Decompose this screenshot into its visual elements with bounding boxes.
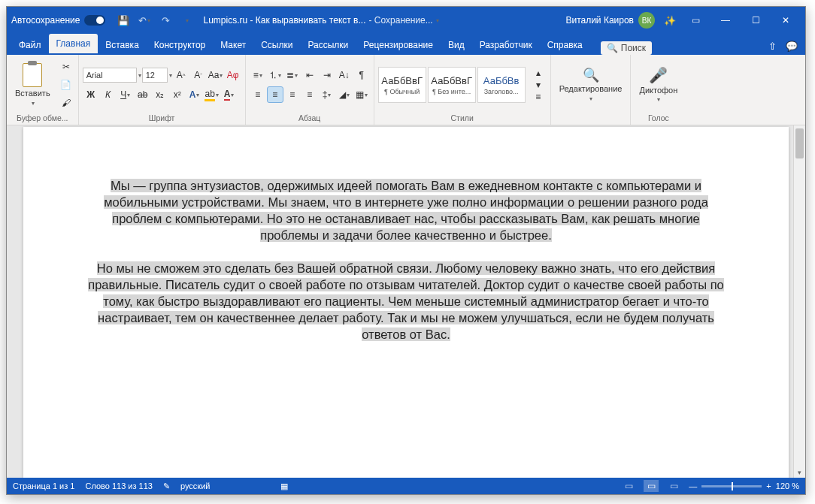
autosave-toggle[interactable]: Автосохранение [11, 15, 105, 26]
print-layout-icon[interactable]: ▭ [644, 480, 659, 492]
group-label: Стили [378, 113, 547, 123]
page[interactable]: Мы — группа энтузиастов, одержимых идеей… [23, 127, 789, 478]
line-spacing-icon[interactable]: ‡▾ [319, 86, 335, 103]
dictate-button[interactable]: 🎤 Диктофон▾ [635, 65, 682, 105]
macros-icon[interactable]: ▦ [280, 481, 288, 491]
underline-button[interactable]: Ч▾ [117, 86, 134, 103]
close-button[interactable]: ✕ [771, 7, 801, 34]
document-title: Lumpics.ru - Как выравнивать текст в... [203, 15, 365, 26]
tab-help[interactable]: Справка [540, 35, 590, 55]
bold-button[interactable]: Ж [83, 86, 99, 103]
avatar: ВК [638, 12, 655, 29]
save-icon[interactable]: 💾 [116, 13, 131, 28]
coming-soon-icon[interactable]: ✨ [662, 13, 677, 28]
borders-icon[interactable]: ▦▾ [353, 86, 370, 103]
group-styles: АаБбВвГ¶ Обычный АаБбВвГ¶ Без инте... Аа… [374, 55, 551, 125]
tab-layout[interactable]: Макет [213, 35, 253, 55]
change-case-icon[interactable]: Aa▾ [208, 67, 224, 83]
zoom-in-button[interactable]: + [766, 481, 771, 490]
autosave-label: Автосохранение [11, 15, 80, 26]
word-count[interactable]: Слово 113 из 113 [85, 481, 153, 490]
tab-insert[interactable]: Вставка [98, 35, 147, 55]
ribbon-options-icon[interactable]: ▭ [680, 7, 710, 34]
user-name: Виталий Каиров [565, 15, 634, 26]
justify-icon[interactable]: ≡ [301, 86, 318, 103]
share-icon[interactable]: ⇧ [763, 37, 781, 55]
bullets-icon[interactable]: ≡▾ [250, 67, 266, 83]
vertical-scrollbar[interactable]: ▴ ▾ [793, 125, 805, 478]
strike-button[interactable]: ab [135, 86, 151, 103]
tab-file[interactable]: Файл [11, 35, 49, 55]
tab-design[interactable]: Конструктор [147, 35, 213, 55]
search-placeholder: Поиск [621, 43, 646, 53]
spell-check-icon[interactable]: ✎ [163, 481, 170, 491]
redo-icon[interactable]: ↷ [158, 13, 173, 28]
font-name-combo[interactable]: Arial [83, 68, 137, 83]
format-painter-icon[interactable]: 🖌 [58, 95, 74, 111]
style-heading[interactable]: АаБбВвЗаголово... [477, 67, 526, 103]
highlight-icon[interactable]: ab▾ [204, 86, 220, 103]
paste-icon [23, 63, 42, 87]
style-normal[interactable]: АаБбВвГ¶ Обычный [378, 67, 426, 103]
zoom-slider[interactable] [701, 485, 762, 487]
numbering-icon[interactable]: ⒈▾ [267, 67, 283, 83]
zoom-out-button[interactable]: — [689, 481, 697, 490]
comments-icon[interactable]: 💬 [783, 37, 801, 55]
styles-down-icon[interactable]: ▾ [530, 80, 547, 90]
group-label: Буфер обме... [11, 113, 74, 123]
language[interactable]: русский [180, 481, 210, 490]
title-dropdown-icon[interactable]: ▾ [436, 17, 439, 24]
page-count[interactable]: Страница 1 из 1 [13, 481, 74, 490]
styles-up-icon[interactable]: ▴ [530, 68, 547, 78]
copy-icon[interactable]: 📄 [58, 77, 74, 93]
multilevel-icon[interactable]: ≣▾ [284, 67, 301, 83]
tab-mailings[interactable]: Рассылки [300, 35, 356, 55]
sort-icon[interactable]: A↓ [336, 67, 353, 83]
grow-font-icon[interactable]: A^ [173, 67, 189, 83]
word-window: Автосохранение 💾 ↶▾ ↷ ▾ Lumpics.ru - Как… [6, 6, 806, 495]
shading-icon[interactable]: ◢▾ [336, 86, 353, 103]
minimize-button[interactable]: — [710, 7, 741, 34]
font-color-icon[interactable]: A▾ [221, 86, 238, 103]
style-no-spacing[interactable]: АаБбВвГ¶ Без инте... [428, 67, 476, 103]
zoom-level[interactable]: 120 % [776, 481, 799, 490]
tab-review[interactable]: Рецензирование [356, 35, 441, 55]
show-marks-icon[interactable]: ¶ [353, 67, 370, 83]
group-font: Arial▾ 12▾ A^ Aˇ Aa▾ Aφ Ж К Ч▾ ab x₂ x² [79, 55, 246, 125]
scroll-thumb[interactable] [795, 128, 804, 158]
subscript-button[interactable]: x₂ [152, 86, 168, 103]
align-right-icon[interactable]: ≡ [284, 86, 301, 103]
cut-icon[interactable]: ✂ [58, 59, 74, 75]
tab-view[interactable]: Вид [441, 35, 472, 55]
qat-dropdown-icon[interactable]: ▾ [179, 13, 194, 28]
read-mode-icon[interactable]: ▭ [621, 480, 636, 492]
editing-button[interactable]: 🔍 Редактирование▾ [555, 66, 627, 104]
maximize-button[interactable]: ☐ [741, 7, 771, 34]
scroll-down-icon[interactable]: ▾ [794, 467, 805, 478]
superscript-button[interactable]: x² [169, 86, 186, 103]
font-size-combo[interactable]: 12 [142, 68, 168, 83]
indent-icon[interactable]: ⇥ [319, 67, 335, 83]
shrink-font-icon[interactable]: Aˇ [190, 67, 207, 83]
ribbon: Вставить▾ ✂ 📄 🖌 Буфер обме... Arial▾ 12▾… [7, 55, 805, 125]
search-box[interactable]: 🔍Поиск [601, 41, 652, 55]
paste-button[interactable]: Вставить▾ [11, 62, 55, 108]
align-left-icon[interactable]: ≡ [250, 86, 266, 103]
tab-home[interactable]: Главная [49, 34, 98, 55]
mic-icon: 🎤 [649, 67, 668, 84]
italic-button[interactable]: К [100, 86, 117, 103]
user-account[interactable]: Виталий Каиров ВК [565, 12, 655, 29]
ribbon-tabs: Файл Главная Вставка Конструктор Макет С… [7, 34, 805, 55]
document-area: Мы — группа энтузиастов, одержимых идеей… [7, 125, 805, 478]
toggle-icon [84, 15, 105, 26]
tab-developer[interactable]: Разработчик [472, 35, 540, 55]
tab-references[interactable]: Ссылки [253, 35, 300, 55]
text-effects-icon[interactable]: A▾ [186, 86, 203, 103]
align-center-icon[interactable]: ≡ [267, 86, 283, 103]
outdent-icon[interactable]: ⇤ [301, 67, 318, 83]
styles-more-icon[interactable]: ≡ [530, 92, 547, 102]
web-layout-icon[interactable]: ▭ [666, 480, 681, 492]
clear-format-icon[interactable]: Aφ [225, 67, 241, 83]
undo-icon[interactable]: ↶▾ [137, 13, 152, 28]
zoom-control: — + 120 % [689, 481, 799, 490]
